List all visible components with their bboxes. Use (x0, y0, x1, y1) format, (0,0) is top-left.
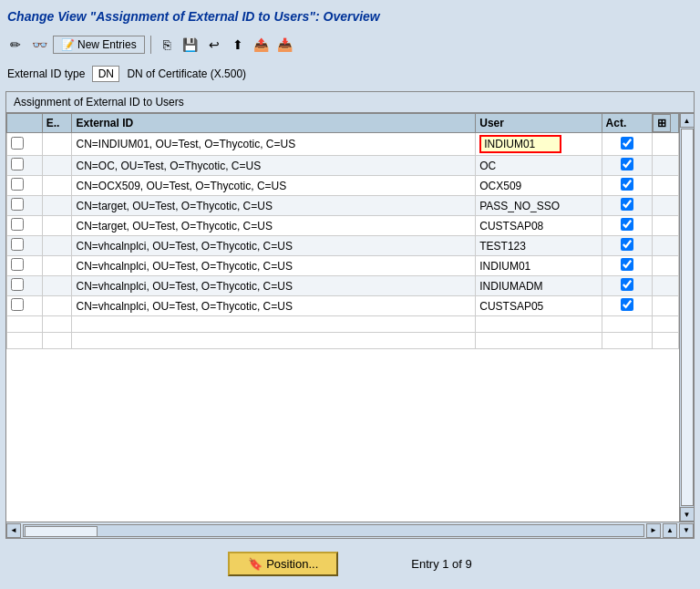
row-checkbox[interactable] (11, 198, 24, 211)
footer-area: 🔖 Position... Entry 1 of 9 (5, 544, 695, 584)
scroll-thumb[interactable] (681, 129, 694, 506)
user-input-field[interactable] (479, 135, 561, 153)
row-act-cell[interactable] (602, 276, 652, 296)
glasses-icon[interactable]: 👓 (29, 35, 49, 55)
col-header-extid: External ID (72, 114, 476, 133)
page-title: Change View "Assignment of External ID t… (7, 9, 693, 24)
row-user-cell: OC (476, 156, 602, 176)
position-btn-label: Position... (266, 557, 318, 571)
act-checkbox[interactable] (621, 137, 633, 150)
empty-cell (476, 333, 602, 349)
row-act-cell[interactable] (602, 196, 652, 216)
row-e-cell (42, 296, 72, 316)
act-checkbox[interactable] (621, 218, 633, 231)
pen-icon[interactable]: ✏ (5, 35, 26, 55)
row-checkbox-cell[interactable] (7, 156, 43, 176)
act-checkbox[interactable] (621, 158, 633, 170)
row-checkbox-cell[interactable] (7, 196, 43, 216)
row-checkbox-cell[interactable] (7, 256, 43, 276)
row-act-cell[interactable] (602, 176, 652, 196)
table-row: CN=target, OU=Test, O=Thycotic, C=USCUST… (7, 216, 679, 236)
row-checkbox-cell[interactable] (7, 236, 43, 256)
empty-cell (602, 316, 652, 333)
row-act-cell[interactable] (602, 256, 652, 276)
settings-icon[interactable]: ⊞ (653, 114, 671, 132)
act-checkbox[interactable] (621, 198, 633, 211)
col-header-sel (7, 114, 43, 133)
act-checkbox[interactable] (621, 258, 633, 271)
main-container: Change View "Assignment of External ID t… (0, 0, 700, 589)
row-e-cell (42, 156, 72, 176)
new-entries-label: New Entries (77, 38, 137, 51)
row-act-cell[interactable] (602, 296, 652, 316)
table-row: CN=vhcalnplci, OU=Test, O=Thycotic, C=US… (7, 296, 679, 316)
table-inner: E.. External ID User Act. ⊞ CN=INDIUM01,… (6, 113, 679, 522)
import-icon[interactable]: 📥 (275, 35, 295, 55)
row-empty-cell (652, 236, 678, 256)
row-checkbox[interactable] (11, 238, 24, 251)
h-scroll-track[interactable] (23, 524, 644, 537)
scroll-v-down[interactable]: ▼ (679, 523, 694, 538)
scroll-left-arrow[interactable]: ◄ (6, 523, 21, 538)
row-empty-cell (652, 276, 678, 296)
act-checkbox[interactable] (621, 238, 633, 251)
table-section-title: Assignment of External ID to Users (6, 92, 694, 113)
col-settings[interactable]: ⊞ (652, 114, 678, 133)
row-checkbox[interactable] (11, 278, 24, 291)
row-checkbox-cell[interactable] (7, 133, 43, 156)
scroll-v-up[interactable]: ▲ (663, 523, 677, 538)
row-checkbox[interactable] (11, 178, 24, 191)
row-checkbox-cell[interactable] (7, 176, 43, 196)
external-id-description: DN of Certificate (X.500) (127, 67, 246, 80)
table-wrapper: E.. External ID User Act. ⊞ CN=INDIUM01,… (6, 113, 694, 522)
row-checkbox-cell[interactable] (7, 296, 43, 316)
vertical-scrollbar[interactable]: ▲ ▼ (679, 113, 694, 522)
col-header-user: User (476, 114, 602, 133)
row-external-id: CN=INDIUM01, OU=Test, O=Thycotic, C=US (72, 133, 476, 156)
row-e-cell (42, 176, 72, 196)
act-checkbox[interactable] (621, 298, 633, 311)
copy-icon[interactable]: ⎘ (157, 35, 177, 55)
row-act-cell[interactable] (602, 133, 652, 156)
act-checkbox[interactable] (621, 178, 633, 191)
table-row: CN=target, OU=Test, O=Thycotic, C=USPASS… (7, 196, 679, 216)
row-act-cell[interactable] (602, 236, 652, 256)
entry-info: Entry 1 of 9 (411, 557, 471, 571)
row-checkbox[interactable] (11, 158, 24, 170)
save-disk-icon[interactable]: 💾 (180, 35, 201, 55)
row-user-cell: INDIUMADM (476, 276, 602, 296)
scroll-down-arrow[interactable]: ▼ (680, 507, 695, 522)
row-empty-cell (652, 156, 678, 176)
empty-table-row (7, 333, 679, 349)
row-e-cell (42, 133, 72, 156)
row-e-cell (42, 196, 72, 216)
row-user-cell: CUSTSAP08 (476, 216, 602, 236)
row-checkbox-cell[interactable] (7, 276, 43, 296)
position-button[interactable]: 🔖 Position... (228, 552, 338, 576)
scroll-right-arrow[interactable]: ► (646, 523, 661, 538)
move-up-icon[interactable]: ⬆ (228, 35, 248, 55)
row-external-id: CN=vhcalnplci, OU=Test, O=Thycotic, C=US (72, 256, 476, 276)
table-body: CN=INDIUM01, OU=Test, O=Thycotic, C=USCN… (7, 133, 679, 349)
table-header-row: E.. External ID User Act. ⊞ (7, 114, 679, 133)
row-empty-cell (652, 296, 678, 316)
empty-cell (476, 316, 602, 333)
undo-icon[interactable]: ↩ (204, 35, 224, 55)
h-scroll-thumb[interactable] (25, 526, 98, 537)
export-icon[interactable]: 📤 (252, 35, 272, 55)
scroll-up-arrow[interactable]: ▲ (680, 113, 695, 128)
new-entries-button[interactable]: 📝 New Entries (53, 36, 145, 54)
row-empty-cell (652, 216, 678, 236)
row-user-cell[interactable] (476, 133, 602, 156)
row-checkbox-cell[interactable] (7, 216, 43, 236)
act-checkbox[interactable] (621, 278, 633, 291)
row-checkbox[interactable] (11, 137, 24, 150)
row-checkbox[interactable] (11, 298, 24, 311)
row-act-cell[interactable] (602, 216, 652, 236)
row-external-id: CN=target, OU=Test, O=Thycotic, C=US (72, 196, 476, 216)
row-act-cell[interactable] (602, 156, 652, 176)
empty-cell (652, 316, 678, 333)
row-checkbox[interactable] (11, 218, 24, 231)
row-checkbox[interactable] (11, 258, 24, 271)
external-id-code: DN (92, 66, 119, 82)
